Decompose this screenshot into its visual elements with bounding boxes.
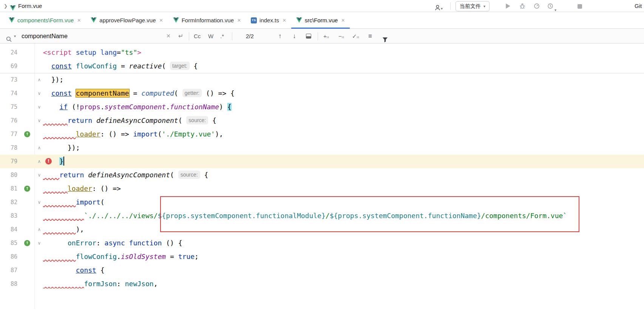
gutter-marker-icon[interactable]: ↑ [24, 240, 30, 246]
remove-filter-icon[interactable]: −ıı [338, 29, 344, 43]
code-line: 78∧ }); [0, 141, 644, 155]
code-token [43, 171, 59, 179]
line-number[interactable]: 73 [0, 73, 17, 87]
whole-words-toggle[interactable]: W [208, 29, 213, 43]
code-token: = [166, 253, 178, 260]
code-line: 81↑ loader: () => [0, 182, 644, 195]
code-line: 77↑ loader: () => import('./Empty.vue'), [0, 127, 644, 141]
line-number[interactable]: 77 [0, 127, 17, 141]
tab-approveflowpage.vue[interactable]: approveFlowPage.vue✕ [86, 12, 168, 28]
gutter-marker-icon[interactable]: ↑ [24, 131, 30, 137]
line-number[interactable]: 79 [0, 155, 17, 168]
add-filter-icon[interactable]: +ıı [323, 29, 329, 43]
inlay-hint: target: [170, 62, 190, 70]
code-token [43, 103, 59, 111]
line-number[interactable]: 75 [0, 100, 17, 114]
find-bar-divider [189, 32, 189, 40]
fold-up-icon[interactable]: ∧ [36, 73, 42, 87]
line-number[interactable]: 78 [0, 141, 17, 155]
tab-components-form.vue[interactable]: components\Form.vue✕ [4, 12, 86, 28]
fold-up-icon[interactable]: ∧ [36, 223, 42, 236]
line-number[interactable]: 76 [0, 114, 17, 127]
close-tab-icon[interactable]: ✕ [283, 18, 286, 23]
code-line: 80∨ return defineAsyncComponent( source:… [0, 168, 644, 182]
vue-file-icon [9, 17, 15, 23]
code-token: , [154, 280, 158, 288]
code-token: ( [158, 130, 162, 138]
match-case-toggle[interactable]: Cc [194, 29, 201, 43]
line-number[interactable]: 69 [0, 59, 17, 73]
code-token [43, 253, 76, 260]
code-token: flowConfig [76, 253, 117, 260]
debug-bug-icon[interactable] [519, 3, 526, 10]
user-account-icon[interactable]: ▾ [434, 3, 443, 15]
check-filter-icon[interactable]: ✓ıı [352, 29, 360, 43]
line-number[interactable]: 82 [0, 195, 17, 209]
error-icon[interactable]: ! [45, 158, 52, 164]
fold-down-icon[interactable]: ∨ [36, 100, 42, 114]
code-token: props [80, 103, 100, 111]
fold-down-icon[interactable]: ∨ [36, 236, 42, 250]
line-number[interactable]: 81 [0, 182, 17, 195]
code-line-content: `./../../../views/${props.systemComponen… [43, 212, 567, 220]
code-token: } [59, 157, 63, 165]
run-config-selector[interactable]: 当前文件▾ [456, 1, 490, 11]
text-caret [63, 157, 64, 166]
code-line: 82∨ import( [0, 195, 644, 209]
regex-toggle[interactable]: .* [220, 29, 224, 43]
code-token [43, 239, 68, 247]
fold-down-icon[interactable]: ∨ [36, 168, 42, 182]
close-tab-icon[interactable]: ✕ [237, 18, 241, 23]
search-input[interactable]: componentName [22, 29, 68, 43]
code-token: onError [68, 239, 96, 247]
profiler-icon[interactable] [533, 3, 540, 10]
git-menu[interactable]: Git [635, 0, 642, 12]
line-number[interactable]: 88 [0, 277, 17, 291]
close-tab-icon[interactable]: ✕ [77, 18, 81, 23]
clear-search-icon[interactable]: ✕ [166, 29, 171, 43]
close-tab-icon[interactable]: ✕ [341, 18, 345, 23]
fold-up-icon[interactable]: ∧ [36, 155, 42, 168]
run-history-clock-icon[interactable] [547, 3, 554, 10]
line-number[interactable]: 24 [0, 46, 17, 59]
tab-src-form.vue[interactable]: src\Form.vue✕ [291, 12, 350, 28]
code-editor[interactable]: 24<script setup lang="ts">69 const flowC… [0, 43, 644, 309]
line-number[interactable]: 86 [0, 250, 17, 264]
search-options-caret-icon[interactable]: ▾ [14, 29, 16, 43]
code-token: . [166, 103, 170, 111]
line-number[interactable]: 83 [0, 209, 17, 223]
fold-down-icon[interactable]: ∨ [36, 195, 42, 209]
code-token: > [137, 48, 141, 56]
code-token [166, 62, 170, 70]
find-bar: ▾ componentName ✕ ↵ Cc W .* 2/2 ↑ ↓ +ıı … [0, 29, 644, 43]
newline-icon[interactable]: ↵ [178, 29, 183, 43]
fold-down-icon[interactable]: ∨ [36, 87, 42, 100]
code-token: functionName [170, 103, 219, 111]
next-match-button[interactable]: ↓ [293, 29, 296, 43]
code-token: const [51, 62, 72, 70]
tab-index.ts[interactable]: TSindex.ts✕ [246, 12, 291, 28]
tab-forminformation.vue[interactable]: FormInformation.vue✕ [168, 12, 246, 28]
run-history-caret-icon[interactable]: ▾ [554, 4, 556, 16]
close-tab-icon[interactable]: ✕ [159, 18, 163, 23]
fold-up-icon[interactable]: ∧ [36, 141, 42, 155]
line-number[interactable]: 74 [0, 87, 17, 100]
code-token: reactive [129, 62, 162, 70]
code-token: { [227, 103, 232, 111]
line-number[interactable]: 87 [0, 264, 17, 277]
fold-down-icon[interactable]: ∨ [36, 114, 42, 127]
run-button[interactable] [505, 3, 511, 10]
gutter-marker-icon[interactable]: ↑ [24, 186, 30, 192]
line-number[interactable]: 80 [0, 168, 17, 182]
filter-lines-icon[interactable]: ≡ [368, 29, 372, 43]
code-token: setup [76, 48, 96, 56]
find-bar-divider [232, 32, 232, 40]
previous-match-button[interactable]: ↑ [278, 29, 282, 43]
match-count: 2/2 [246, 29, 254, 43]
breadcrumb-chevron-icon[interactable]: ❯ [4, 0, 8, 12]
line-number[interactable]: 85 [0, 236, 17, 250]
stop-button[interactable] [576, 3, 583, 10]
open-in-tool-window-icon[interactable] [306, 34, 311, 39]
line-number[interactable]: 84 [0, 223, 17, 236]
code-token: import [76, 198, 100, 206]
